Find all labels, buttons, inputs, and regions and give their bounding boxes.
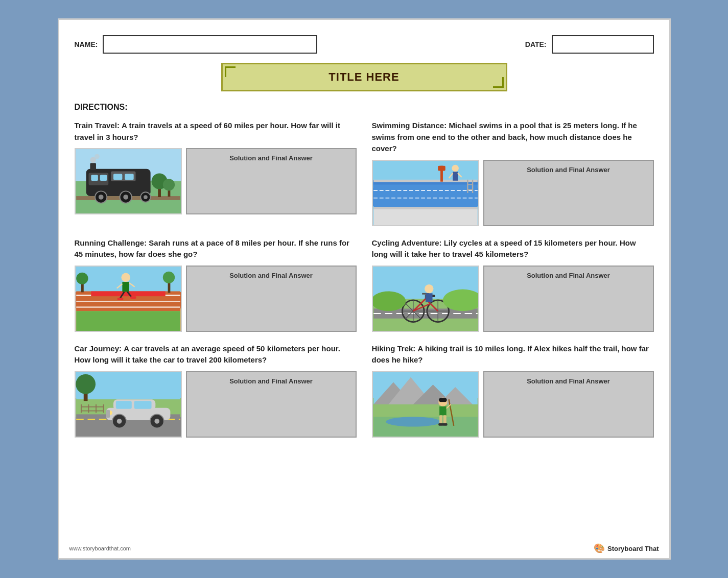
problem-train: Train Travel: A train travels at a speed… xyxy=(75,120,357,226)
footer-brand: 🎨 Storyboard That xyxy=(594,543,659,554)
problem-car-image xyxy=(75,371,182,438)
footer: www.storyboardthat.com 🎨 Storyboard That xyxy=(69,543,659,554)
svg-rect-99 xyxy=(115,401,131,409)
svg-point-15 xyxy=(144,195,148,199)
svg-rect-16 xyxy=(90,163,96,170)
directions-label: DIRECTIONS: xyxy=(75,103,654,112)
name-label: NAME: xyxy=(75,40,98,49)
date-input[interactable] xyxy=(552,35,654,54)
problem-swimming: Swimming Distance: Michael swims in a po… xyxy=(372,120,654,226)
problem-hiking-image xyxy=(372,371,479,438)
hiking-scene xyxy=(373,372,478,437)
svg-point-11 xyxy=(98,195,103,200)
name-group: NAME: xyxy=(75,35,318,54)
problems-grid: Train Travel: A train travels at a speed… xyxy=(75,120,654,449)
solution-swimming-label: Solution and Final Answer xyxy=(524,166,613,174)
svg-point-13 xyxy=(123,195,128,200)
solution-running[interactable]: Solution and Final Answer xyxy=(186,266,357,332)
svg-rect-116 xyxy=(439,398,447,402)
svg-rect-121 xyxy=(442,423,447,425)
worksheet-page: NAME: DATE: TITLE HERE DIRECTIONS: Train… xyxy=(58,18,671,560)
svg-rect-100 xyxy=(134,401,151,409)
svg-rect-29 xyxy=(373,207,478,209)
svg-rect-55 xyxy=(130,296,136,299)
problem-running-content: Solution and Final Answer xyxy=(75,266,357,332)
problem-car: Car Journey: A car travels at an average… xyxy=(75,343,357,438)
svg-point-96 xyxy=(76,374,96,394)
problem-hiking-title: Hiking Trek: A hiking trail is 10 miles … xyxy=(372,343,654,366)
svg-rect-32 xyxy=(438,165,445,171)
solution-running-label: Solution and Final Answer xyxy=(227,272,315,279)
problem-running-image xyxy=(75,266,182,332)
footer-brand-text: Storyboard That xyxy=(607,545,659,552)
problem-cycling-content: Solution and Final Answer xyxy=(372,266,654,332)
problem-swimming-image xyxy=(372,160,479,226)
date-label: DATE: xyxy=(525,40,547,49)
name-input[interactable] xyxy=(103,35,317,54)
solution-car[interactable]: Solution and Final Answer xyxy=(186,371,357,438)
storyboard-icon: 🎨 xyxy=(594,543,605,554)
problem-cycling: Cycling Adventure: Lily cycles at a spee… xyxy=(372,237,654,332)
svg-point-33 xyxy=(452,164,459,172)
svg-rect-118 xyxy=(439,415,442,424)
svg-rect-28 xyxy=(373,179,478,182)
problem-swimming-title: Swimming Distance: Michael swims in a po… xyxy=(372,120,654,155)
header: NAME: DATE: xyxy=(75,35,654,54)
svg-rect-49 xyxy=(122,282,129,292)
running-scene xyxy=(76,267,181,331)
svg-point-104 xyxy=(154,419,159,424)
problem-running-title: Running Challenge: Sarah runs at a pace … xyxy=(75,237,357,260)
solution-train-label: Solution and Final Answer xyxy=(227,154,315,162)
problem-swimming-content: Solution and Final Answer xyxy=(372,160,654,226)
title-text: TITLE HERE xyxy=(328,70,399,83)
solution-hiking[interactable]: Solution and Final Answer xyxy=(483,371,654,438)
problem-train-image xyxy=(75,148,182,214)
svg-rect-24 xyxy=(373,180,478,207)
problem-car-title: Car Journey: A car travels at an average… xyxy=(75,343,357,366)
svg-point-114 xyxy=(386,417,440,426)
svg-rect-54 xyxy=(117,298,123,300)
svg-point-57 xyxy=(76,272,88,284)
problem-cycling-title: Cycling Adventure: Lily cycles at a spee… xyxy=(372,237,654,260)
problem-cycling-image xyxy=(372,266,479,332)
svg-rect-7 xyxy=(100,175,107,181)
solution-cycling-label: Solution and Final Answer xyxy=(524,272,613,279)
solution-train[interactable]: Solution and Final Answer xyxy=(186,148,357,214)
problem-hiking-content: Solution and Final Answer xyxy=(372,371,654,438)
svg-rect-30 xyxy=(373,209,478,225)
solution-hiking-label: Solution and Final Answer xyxy=(524,377,613,385)
date-group: DATE: xyxy=(525,35,654,54)
train-scene xyxy=(76,149,181,213)
svg-point-59 xyxy=(162,271,174,283)
title-box: TITLE HERE xyxy=(221,63,507,91)
solution-cycling[interactable]: Solution and Final Answer xyxy=(483,266,654,332)
footer-url: www.storyboardthat.com xyxy=(69,545,131,551)
problem-train-title: Train Travel: A train travels at a speed… xyxy=(75,120,357,143)
problem-hiking: Hiking Trek: A hiking trail is 10 miles … xyxy=(372,343,654,438)
svg-point-18 xyxy=(95,154,100,159)
svg-rect-8 xyxy=(113,174,122,180)
solution-car-label: Solution and Final Answer xyxy=(227,377,315,385)
pool-scene xyxy=(373,161,478,225)
problem-car-content: Solution and Final Answer xyxy=(75,371,357,438)
solution-swimming[interactable]: Solution and Final Answer xyxy=(483,160,654,226)
car-scene xyxy=(76,372,181,437)
svg-rect-81 xyxy=(426,293,433,302)
svg-point-102 xyxy=(116,419,122,424)
problem-train-content: Solution and Final Answer xyxy=(75,148,357,214)
svg-rect-6 xyxy=(91,175,98,181)
svg-point-80 xyxy=(425,284,433,293)
svg-rect-47 xyxy=(76,311,180,331)
svg-rect-9 xyxy=(125,174,133,180)
cycling-scene xyxy=(373,267,478,331)
svg-rect-34 xyxy=(453,172,458,180)
svg-rect-106 xyxy=(106,410,110,418)
svg-rect-117 xyxy=(439,406,447,415)
problem-running: Running Challenge: Sarah runs at a pace … xyxy=(75,237,357,332)
svg-point-22 xyxy=(162,179,174,190)
svg-rect-119 xyxy=(443,415,446,424)
svg-point-48 xyxy=(121,273,130,281)
